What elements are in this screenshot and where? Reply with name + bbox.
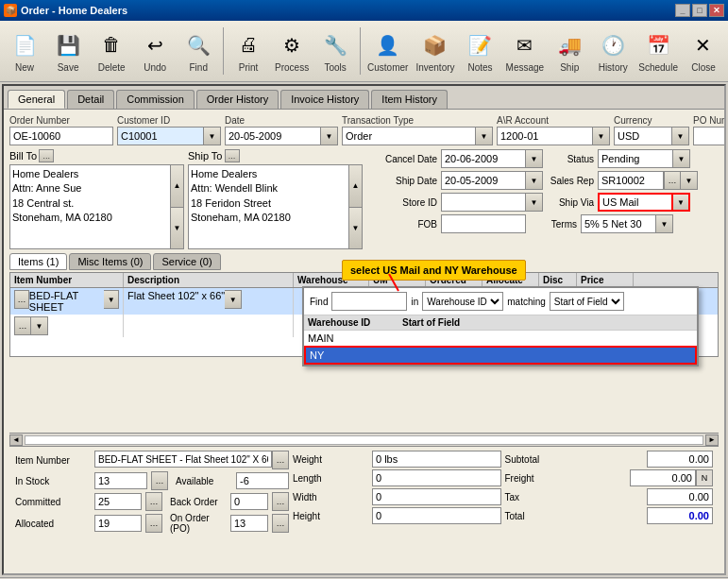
- sales-rep-button[interactable]: …: [664, 171, 681, 190]
- item-number-bottom-input[interactable]: [94, 451, 272, 468]
- toolbar-delete-button[interactable]: 🗑 Delete: [91, 24, 132, 78]
- total-value[interactable]: [647, 507, 713, 524]
- transaction-type-dropdown[interactable]: ▼: [476, 127, 493, 145]
- item-number-bottom-btn[interactable]: …: [272, 451, 289, 469]
- toolbar-undo-button[interactable]: ↩ Undo: [134, 24, 176, 78]
- item-number-empty-dropdown[interactable]: ▼: [31, 316, 48, 335]
- po-number-input[interactable]: [693, 127, 724, 145]
- terms-dropdown[interactable]: ▼: [656, 214, 673, 233]
- scroll-left-btn[interactable]: ◄: [9, 434, 23, 446]
- on-order-po-input[interactable]: [230, 515, 268, 532]
- bill-to-scrollbar[interactable]: ▲ ▼: [170, 165, 183, 248]
- order-number-input[interactable]: [9, 127, 113, 145]
- ship-date-input[interactable]: [441, 171, 526, 190]
- sales-rep-input[interactable]: [598, 171, 664, 190]
- toolbar-find-button[interactable]: 🔍 Find: [178, 24, 219, 78]
- ship-to-scroll-up[interactable]: ▲: [349, 165, 362, 208]
- toolbar-schedule-button[interactable]: 📅 Schedule: [635, 24, 681, 78]
- allocated-input[interactable]: [94, 515, 142, 532]
- status-dropdown[interactable]: ▼: [673, 149, 690, 168]
- popup-find-input[interactable]: [331, 292, 407, 311]
- toolbar-process-button[interactable]: ⚙ Process: [271, 24, 313, 78]
- bill-to-scroll-up[interactable]: ▲: [171, 165, 183, 208]
- customer-id-input[interactable]: [117, 127, 204, 145]
- committed-input[interactable]: [94, 493, 142, 510]
- back-order-btn[interactable]: …: [272, 492, 289, 511]
- tab-order-history[interactable]: Order History: [196, 90, 279, 109]
- toolbar-history-button[interactable]: 🕐 History: [592, 24, 634, 78]
- list-item[interactable]: MAIN: [304, 331, 697, 346]
- ship-date-dropdown[interactable]: ▼: [526, 171, 543, 190]
- item-number-dropdown[interactable]: ▼: [104, 290, 119, 309]
- ship-via-input[interactable]: [598, 193, 673, 212]
- width-input[interactable]: [372, 488, 501, 505]
- bill-to-scroll-down[interactable]: ▼: [171, 208, 183, 249]
- ship-to-button[interactable]: …: [225, 149, 240, 162]
- toolbar-save-button[interactable]: 💾 Save: [47, 24, 89, 78]
- horizontal-scrollbar[interactable]: ◄ ►: [9, 433, 719, 446]
- list-item[interactable]: NY: [304, 346, 697, 365]
- currency-input[interactable]: [614, 127, 672, 145]
- freight-value[interactable]: [630, 469, 696, 486]
- toolbar-tools-button[interactable]: 🔧 Tools: [314, 24, 356, 78]
- tab-commission[interactable]: Commission: [116, 90, 195, 109]
- height-input[interactable]: [372, 507, 501, 524]
- date-dropdown[interactable]: ▼: [321, 127, 338, 145]
- items-tab-misc[interactable]: Misc Items (0): [69, 253, 151, 270]
- toolbar-message-button[interactable]: ✉ Message: [503, 24, 548, 78]
- committed-btn[interactable]: …: [145, 492, 162, 511]
- terms-input[interactable]: [581, 214, 656, 233]
- tab-detail[interactable]: Detail: [67, 90, 114, 109]
- minimize-button[interactable]: _: [675, 4, 690, 17]
- in-stock-btn[interactable]: …: [151, 471, 168, 490]
- cell-description-empty[interactable]: [124, 315, 294, 337]
- back-order-input[interactable]: [230, 493, 268, 510]
- currency-dropdown[interactable]: ▼: [672, 127, 689, 145]
- maximize-button[interactable]: □: [692, 4, 707, 17]
- ar-account-input[interactable]: [497, 127, 593, 145]
- allocated-btn[interactable]: …: [145, 514, 162, 533]
- cancel-date-input[interactable]: [441, 149, 526, 168]
- toolbar-inventory-button[interactable]: 📦 Inventory: [413, 24, 457, 78]
- store-id-input[interactable]: [441, 193, 526, 212]
- tab-general[interactable]: General: [8, 90, 65, 109]
- scroll-right-btn[interactable]: ►: [705, 434, 719, 446]
- ship-to-scrollbar[interactable]: ▲ ▼: [348, 165, 362, 248]
- weight-input[interactable]: [372, 451, 501, 468]
- tax-value[interactable]: [647, 488, 713, 505]
- scrollbar-track[interactable]: [25, 435, 703, 445]
- ar-account-dropdown[interactable]: ▼: [593, 127, 610, 145]
- store-id-dropdown[interactable]: ▼: [526, 193, 543, 212]
- bill-to-button[interactable]: …: [39, 149, 54, 162]
- items-tab-items[interactable]: Items (1): [9, 253, 67, 270]
- in-stock-input[interactable]: [94, 472, 147, 489]
- description-dropdown[interactable]: ▼: [225, 290, 242, 309]
- available-input[interactable]: [236, 472, 289, 489]
- close-window-button[interactable]: ✕: [709, 4, 724, 17]
- transaction-type-input[interactable]: [342, 127, 476, 145]
- on-order-po-btn[interactable]: …: [272, 514, 289, 533]
- date-input[interactable]: [225, 127, 321, 145]
- toolbar-new-button[interactable]: 📄 New: [4, 24, 45, 78]
- sales-rep-dropdown[interactable]: ▼: [681, 171, 698, 190]
- ship-via-dropdown[interactable]: ▼: [673, 193, 690, 212]
- item-number-browse-btn[interactable]: …: [14, 290, 29, 309]
- toolbar-notes-button[interactable]: 📝 Notes: [460, 24, 501, 78]
- popup-in-select[interactable]: Warehouse ID: [422, 292, 503, 311]
- cancel-date-dropdown[interactable]: ▼: [526, 149, 543, 168]
- popup-matching-select[interactable]: Start of Field: [550, 292, 624, 311]
- subtotal-value[interactable]: [647, 451, 713, 468]
- item-number-empty-btn[interactable]: …: [14, 316, 31, 335]
- items-tab-service[interactable]: Service (0): [153, 253, 220, 270]
- toolbar-print-button[interactable]: 🖨 Print: [228, 24, 269, 78]
- toolbar-customer-button[interactable]: 👤 Customer: [364, 24, 411, 78]
- status-input[interactable]: [598, 149, 673, 168]
- fob-input[interactable]: [441, 214, 526, 233]
- toolbar-close-button[interactable]: ✕ Close: [683, 24, 724, 78]
- tab-invoice-history[interactable]: Invoice History: [280, 90, 369, 109]
- length-input[interactable]: [372, 469, 501, 486]
- tab-item-history[interactable]: Item History: [371, 90, 448, 109]
- toolbar-ship-button[interactable]: 🚚 Ship: [549, 24, 590, 78]
- customer-id-dropdown[interactable]: ▼: [204, 127, 221, 145]
- ship-to-scroll-down[interactable]: ▼: [349, 208, 362, 249]
